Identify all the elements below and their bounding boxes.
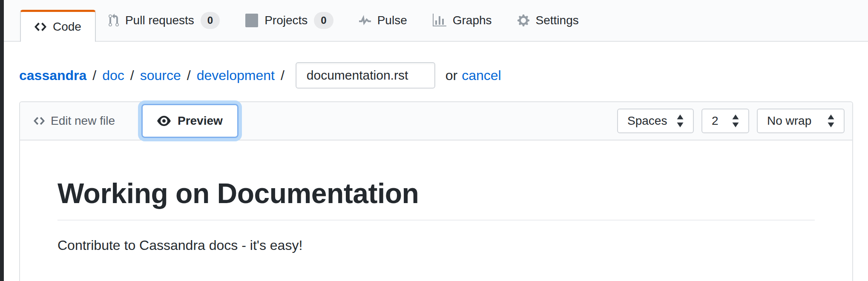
nav-tab-label: Graphs [453, 14, 492, 27]
projects-counter: 0 [314, 12, 333, 29]
breadcrumb-separator: / [281, 68, 285, 83]
file-editor-panel: Edit new file Preview Spaces 2 [19, 101, 853, 281]
breadcrumb-link-source[interactable]: source [140, 68, 181, 83]
breadcrumb-link-development[interactable]: development [197, 68, 275, 83]
preview-paragraph: Contribute to Cassandra docs - it's easy… [57, 238, 815, 253]
breadcrumb-separator: / [187, 68, 191, 83]
breadcrumb-separator: / [130, 68, 134, 83]
nav-tab-label: Pulse [377, 14, 407, 27]
filename-input[interactable] [296, 62, 435, 89]
indent-width-select[interactable]: 2 [701, 109, 749, 133]
gear-icon [517, 14, 529, 27]
line-wrap-select[interactable]: No wrap [757, 109, 845, 133]
github-edit-file-screen: Code Pull requests 0 Projects 0 Pulse Gr… [0, 0, 868, 281]
editor-settings-group: Spaces 2 No wrap [617, 109, 845, 133]
eye-icon [157, 114, 171, 128]
indent-width-value: 2 [712, 114, 719, 128]
code-icon [34, 20, 46, 34]
repo-nav: Code Pull requests 0 Projects 0 Pulse Gr… [4, 0, 868, 42]
indent-mode-value: Spaces [627, 114, 667, 128]
tab-preview[interactable]: Preview [141, 104, 239, 138]
breadcrumb-repo-link[interactable]: cassandra [19, 68, 86, 83]
indent-mode-select[interactable]: Spaces [617, 109, 694, 133]
nav-tab-pull-requests[interactable]: Pull requests 0 [96, 0, 233, 41]
breadcrumb-link-doc[interactable]: doc [102, 68, 124, 83]
main-column: Code Pull requests 0 Projects 0 Pulse Gr… [4, 0, 868, 281]
screen-left-edge [0, 0, 4, 281]
nav-tab-pulse[interactable]: Pulse [346, 0, 420, 41]
cancel-link[interactable]: cancel [462, 68, 501, 83]
pull-requests-counter: 0 [201, 12, 220, 29]
nav-tab-label: Code [53, 20, 81, 34]
nav-tab-code[interactable]: Code [20, 10, 96, 42]
nav-tab-label: Pull requests [125, 14, 194, 27]
markdown-preview-body: Working on Documentation Contribute to C… [20, 177, 852, 253]
tab-edit-label: Edit new file [51, 114, 115, 128]
select-arrows-icon [676, 115, 684, 127]
preview-heading: Working on Documentation [57, 177, 815, 221]
nav-tab-label: Projects [264, 14, 308, 27]
tab-edit-new-file[interactable]: Edit new file [34, 114, 128, 128]
or-text: or [445, 68, 457, 83]
pulse-icon [359, 14, 371, 27]
nav-tab-label: Settings [536, 14, 579, 27]
nav-tab-settings[interactable]: Settings [505, 0, 592, 41]
breadcrumb-separator: / [92, 68, 96, 83]
graph-icon [433, 14, 446, 27]
select-arrows-icon [827, 115, 835, 127]
git-pull-request-icon [109, 14, 119, 27]
editor-toolbar: Edit new file Preview Spaces 2 [20, 102, 852, 140]
select-arrows-icon [731, 115, 740, 127]
nav-tab-graphs[interactable]: Graphs [420, 0, 505, 41]
project-icon [245, 14, 258, 27]
breadcrumb: cassandra / doc / source / development /… [19, 62, 868, 89]
tab-preview-label: Preview [178, 114, 223, 128]
line-wrap-value: No wrap [767, 114, 811, 128]
nav-tab-projects[interactable]: Projects 0 [233, 0, 346, 41]
code-icon [34, 115, 45, 127]
